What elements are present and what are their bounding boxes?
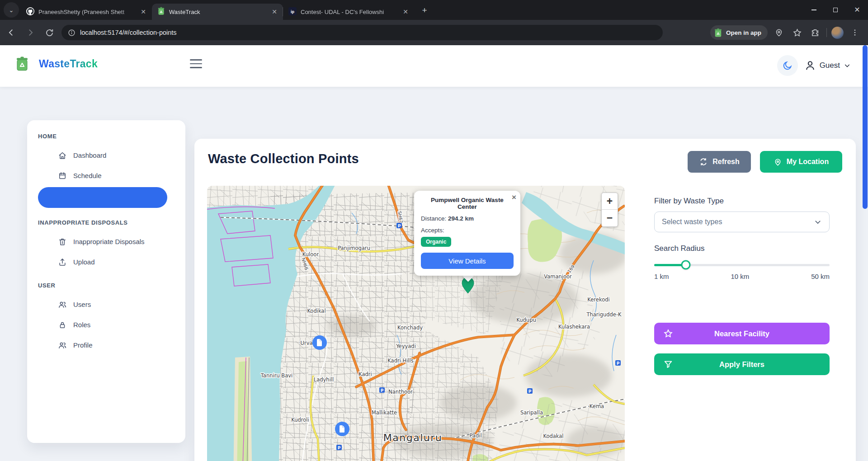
my-location-pin-icon bbox=[774, 158, 782, 166]
close-icon: ✕ bbox=[854, 6, 860, 14]
location-permission-button[interactable] bbox=[772, 26, 786, 39]
zoom-in-button[interactable]: + bbox=[602, 193, 618, 210]
open-in-app-button[interactable]: Open in app bbox=[710, 25, 768, 40]
radius-slider[interactable] bbox=[654, 260, 830, 270]
forward-button[interactable] bbox=[23, 25, 38, 40]
profile-icon bbox=[58, 341, 67, 350]
refresh-label: Refresh bbox=[712, 158, 740, 166]
browser-tab-2[interactable]: ipContest- UDAL - DC's Fellowshi✕ bbox=[283, 4, 414, 20]
minimize-icon bbox=[811, 9, 816, 10]
radius-tick: 1 km bbox=[654, 273, 669, 280]
extensions-button[interactable] bbox=[808, 26, 822, 39]
kebab-menu-icon bbox=[851, 28, 859, 37]
tab-close-icon[interactable]: ✕ bbox=[270, 8, 278, 16]
map-label: Kudupu bbox=[516, 317, 536, 323]
nearest-facility-button[interactable]: Nearest Facility bbox=[654, 323, 830, 344]
svg-text:P: P bbox=[381, 388, 384, 393]
forward-icon bbox=[25, 28, 35, 38]
svg-text:P: P bbox=[528, 389, 532, 394]
sidebar-item-roles[interactable]: Roles bbox=[37, 315, 175, 335]
sidebar-item-users[interactable]: Users bbox=[37, 294, 175, 315]
svg-text:P: P bbox=[617, 361, 620, 366]
waste-type-label: Filter by Waste Type bbox=[654, 197, 830, 206]
minimize-button[interactable] bbox=[803, 0, 825, 20]
reload-button[interactable] bbox=[42, 25, 57, 40]
maximize-icon bbox=[833, 8, 838, 12]
refresh-icon bbox=[699, 157, 708, 166]
sidebar-item-profile[interactable]: Profile bbox=[37, 335, 175, 355]
waste-type-select[interactable]: Select waste types bbox=[654, 212, 830, 232]
page-scrollbar-thumb[interactable] bbox=[863, 45, 868, 209]
map-label: Mangaluru bbox=[383, 432, 442, 443]
map-popup: × Pumpwell Organic Waste Center Distance… bbox=[414, 191, 520, 276]
sidebar-item-schedule[interactable]: Schedule bbox=[37, 165, 175, 186]
maximize-button[interactable] bbox=[825, 0, 846, 20]
parking-icon: P bbox=[379, 387, 385, 393]
svg-text:P: P bbox=[398, 224, 401, 228]
location-pin-icon bbox=[774, 28, 783, 37]
tab-close-icon[interactable]: ✕ bbox=[139, 8, 147, 16]
sidebar-toggle-button[interactable] bbox=[190, 59, 202, 68]
map-label: Kadri bbox=[359, 371, 372, 377]
brand[interactable]: WasteTrack bbox=[15, 56, 98, 71]
facility-marker-1[interactable] bbox=[335, 422, 349, 436]
sidebar-item-upload[interactable]: Upload bbox=[37, 252, 175, 272]
slider-thumb[interactable] bbox=[681, 260, 690, 270]
refresh-button[interactable]: Refresh bbox=[688, 151, 751, 173]
sidebar-item-dashboard[interactable]: Dashboard bbox=[37, 145, 175, 165]
search-radius-label: Search Radius bbox=[654, 244, 830, 253]
popup-distance-label: Distance: bbox=[421, 215, 446, 222]
bookmark-button[interactable] bbox=[790, 26, 804, 39]
popup-badges: Organic bbox=[421, 234, 514, 247]
browser-menu-button[interactable] bbox=[848, 26, 862, 39]
url-text[interactable]: localhost:5174/#/collection-points bbox=[80, 29, 177, 36]
calendar-icon bbox=[58, 171, 67, 180]
filter-funnel-icon bbox=[663, 359, 673, 369]
app-header: WasteTrack Guest bbox=[0, 45, 868, 87]
wastetrack-logo-icon bbox=[15, 56, 29, 71]
user-menu[interactable]: Guest bbox=[804, 60, 851, 71]
map-label: Kudroli bbox=[291, 417, 309, 423]
map-label: Kulashekara bbox=[558, 324, 590, 330]
sidebar-item-inappropriate-disposals[interactable]: Inappropriate Disposals bbox=[37, 231, 175, 252]
star-icon bbox=[663, 329, 673, 339]
brand-name: WasteTrack bbox=[39, 58, 98, 70]
chevron-down-icon bbox=[844, 62, 851, 69]
apply-filters-button[interactable]: Apply Filters bbox=[654, 353, 830, 375]
popup-close-icon[interactable]: × bbox=[512, 193, 516, 202]
back-button[interactable] bbox=[4, 25, 19, 40]
facility-marker-0[interactable] bbox=[312, 335, 327, 350]
map-label: Tanniru Bavi bbox=[260, 372, 293, 379]
sidebar-item-label: Inappropriate Disposals bbox=[73, 238, 145, 245]
browser-tab-1[interactable]: WasteTrack✕ bbox=[152, 4, 283, 20]
map-label: Kodikal bbox=[307, 308, 326, 314]
dark-mode-toggle[interactable] bbox=[777, 55, 798, 76]
lock-icon bbox=[58, 320, 67, 329]
map[interactable]: PPPPP KuloorPanjimogaruSH67NH66KodikalUr… bbox=[207, 186, 625, 461]
tab-close-icon[interactable]: ✕ bbox=[401, 8, 410, 16]
svg-text:ip: ip bbox=[291, 9, 295, 14]
map-label: Yeyyadi bbox=[396, 343, 416, 349]
tab-title: Contest- UDAL - DC's Fellowshi bbox=[301, 9, 397, 15]
address-bar[interactable]: localhost:5174/#/collection-points bbox=[61, 25, 663, 40]
radius-tick: 50 km bbox=[811, 273, 830, 280]
close-button[interactable]: ✕ bbox=[846, 0, 868, 20]
tab-search-button[interactable]: ⌄ bbox=[4, 2, 19, 18]
window-controls: ✕ bbox=[803, 0, 868, 20]
sidebar-section-label: USER bbox=[37, 282, 175, 289]
new-tab-button[interactable]: + bbox=[418, 4, 431, 17]
sidebar: HOMEDashboardScheduleINAPPROPRIATE DISPO… bbox=[27, 120, 185, 443]
trash-icon bbox=[58, 237, 67, 246]
radius-tick: 10 km bbox=[731, 273, 749, 280]
my-location-button[interactable]: My Location bbox=[760, 151, 842, 173]
apply-filters-label: Apply Filters bbox=[654, 360, 830, 369]
zoom-out-button[interactable]: − bbox=[602, 210, 618, 226]
sidebar-item-collection-points-active[interactable] bbox=[38, 187, 167, 208]
user-icon bbox=[804, 60, 816, 71]
browser-profile-avatar[interactable] bbox=[831, 27, 844, 39]
map-label: Kerekodi bbox=[587, 296, 609, 303]
view-details-button[interactable]: View Details bbox=[421, 253, 514, 269]
browser-tab-0[interactable]: PraneeshShetty (Praneesh Shett✕ bbox=[21, 4, 152, 20]
site-info-icon[interactable] bbox=[68, 29, 75, 37]
waste-type-badge: Organic bbox=[421, 237, 451, 247]
